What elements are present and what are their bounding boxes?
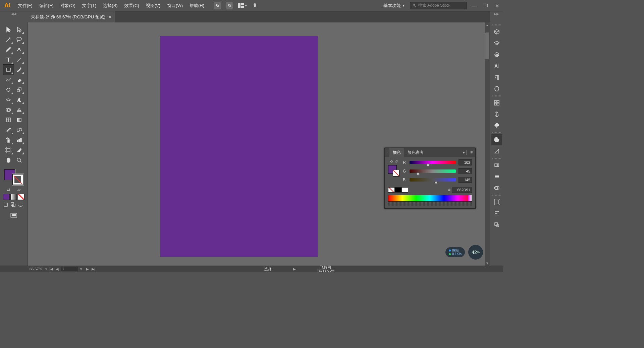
scroll-down-icon[interactable]: ▼ [485, 261, 490, 266]
workspace-selector[interactable]: 基本功能 ▾ [381, 3, 407, 9]
shaper-tool[interactable] [3, 75, 14, 85]
panel-swap-icon[interactable]: ⟲ [390, 159, 393, 164]
rotate-tool[interactable] [3, 85, 14, 95]
color-guide-panel-button[interactable] [491, 146, 502, 156]
panel-swap2-icon[interactable]: ↺ [395, 159, 398, 164]
stock-search-box[interactable]: 🔍︎ 搜索 Adobe Stock [410, 2, 467, 9]
artboards-panel-button[interactable] [491, 197, 502, 207]
opentype-panel-button[interactable] [491, 83, 502, 94]
zoom-tool[interactable] [14, 155, 24, 165]
menu-file[interactable]: 文件(F) [15, 0, 36, 11]
eraser-tool[interactable] [14, 75, 24, 85]
spectrum-bar[interactable] [388, 195, 472, 202]
document-tab[interactable]: 未标题-2* @ 66.67% (RGB/GPU 预览) × [28, 11, 115, 22]
status-play-icon[interactable]: ▶ [292, 267, 297, 271]
direct-selection-tool[interactable] [14, 24, 24, 34]
r-value[interactable]: 102 [459, 159, 472, 165]
menu-type[interactable]: 文字(T) [79, 0, 100, 11]
character-panel-button[interactable] [491, 61, 502, 71]
free-transform-tool[interactable] [14, 95, 24, 105]
menu-view[interactable]: 视图(V) [143, 0, 164, 11]
hex-value[interactable]: 662D91 [452, 187, 472, 193]
shape-builder-tool[interactable] [3, 105, 14, 115]
panel-drag-handle[interactable]: ⋮ [385, 150, 389, 155]
bridge-button[interactable]: Br [214, 2, 221, 9]
fill-stroke-swatch[interactable] [3, 168, 25, 187]
selection-tool[interactable] [3, 24, 14, 34]
paragraph-panel-button[interactable] [491, 72, 502, 83]
vertical-scrollbar[interactable]: ▲ ▼ [485, 22, 490, 266]
default-fill-stroke-icon[interactable]: ▱ [17, 187, 21, 192]
paintbrush-tool[interactable] [14, 65, 24, 75]
curvature-tool[interactable] [14, 45, 24, 55]
scale-tool[interactable] [14, 85, 24, 95]
transparency-panel-button[interactable] [491, 183, 502, 193]
pathfinder-panel-button-2[interactable] [491, 219, 502, 230]
nav-first[interactable]: |◀ [49, 267, 53, 271]
menu-select[interactable]: 选择(S) [100, 0, 121, 11]
pathfinder-panel-button[interactable] [491, 120, 502, 131]
menu-effect[interactable]: 效果(C) [121, 0, 143, 11]
align-panel-button[interactable] [491, 109, 502, 120]
menu-help[interactable]: 帮助(H) [186, 0, 208, 11]
draw-normal[interactable] [3, 202, 10, 209]
none-swatch[interactable] [388, 187, 395, 193]
stroke-swatch[interactable] [12, 174, 23, 185]
screen-mode-button[interactable] [10, 213, 18, 220]
nav-dropdown[interactable]: ▾ [79, 267, 84, 271]
menu-object[interactable]: 对象(O) [57, 0, 79, 11]
draw-inside[interactable] [18, 202, 24, 209]
layers-panel-button[interactable] [491, 38, 502, 49]
artboard-index[interactable]: 1 [61, 267, 77, 271]
lasso-tool[interactable] [14, 34, 24, 45]
swap-fill-stroke-icon[interactable]: ⇄ [6, 187, 11, 192]
transform-panel-button[interactable] [491, 97, 502, 108]
scroll-up-icon[interactable]: ▲ [485, 22, 490, 27]
tab-color[interactable]: 颜色 [389, 148, 404, 157]
gradient-tool[interactable] [14, 115, 24, 125]
rectangle-tool[interactable] [3, 65, 14, 75]
column-graph-tool[interactable] [14, 135, 24, 145]
mesh-tool[interactable] [3, 115, 14, 125]
panel-collapse-button[interactable]: ▸│ [463, 150, 468, 155]
perspective-grid-tool[interactable] [14, 105, 24, 115]
tab-color-guide[interactable]: 颜色参考 [404, 148, 427, 157]
scroll-thumb-v[interactable] [485, 32, 489, 59]
arrange-docs-dropdown[interactable]: ▾ [238, 3, 247, 8]
window-close[interactable]: ✕ [493, 3, 501, 9]
gpu-preview-icon[interactable] [252, 2, 258, 9]
black-swatch[interactable] [395, 187, 401, 193]
window-minimize[interactable]: — [470, 3, 478, 9]
white-swatch[interactable] [401, 187, 408, 193]
mode-none[interactable] [18, 194, 24, 200]
zoom-dropdown-icon[interactable]: ▾ [44, 267, 49, 271]
menu-edit[interactable]: 编辑(E) [36, 0, 57, 11]
line-segment-tool[interactable] [14, 55, 24, 65]
nav-last[interactable]: ▶| [91, 267, 96, 271]
hand-tool[interactable] [3, 155, 14, 165]
eyedropper-tool[interactable] [3, 125, 14, 135]
nav-next[interactable]: ▶ [85, 267, 90, 271]
stock-button[interactable]: St [226, 2, 233, 9]
stroke-panel-button[interactable] [491, 171, 502, 182]
nav-prev[interactable]: ◀ [55, 267, 59, 271]
libraries-panel-button[interactable] [491, 26, 502, 37]
canvas-area[interactable]: ⋮ 颜色 颜色参考 ▸│ ≡ ⟲ ↺ [28, 22, 490, 266]
g-slider[interactable] [410, 169, 456, 173]
draw-behind[interactable] [10, 202, 17, 209]
align-panel-button-2[interactable] [491, 208, 502, 219]
width-tool[interactable] [3, 95, 14, 105]
pen-tool[interactable] [3, 45, 14, 55]
artboard-tool[interactable] [3, 145, 14, 155]
panel-fill-stroke-swatch[interactable] [388, 165, 399, 177]
swatches-panel-button[interactable] [491, 160, 502, 170]
mode-gradient[interactable] [10, 194, 17, 200]
symbol-sprayer-tool[interactable] [3, 135, 14, 145]
tab-close-button[interactable]: × [109, 14, 111, 20]
panel-menu-button[interactable]: ≡ [470, 150, 473, 155]
menu-window[interactable]: 窗口(W) [164, 0, 186, 11]
type-tool[interactable] [3, 55, 14, 65]
window-maximize[interactable]: ❐ [482, 3, 490, 9]
r-slider[interactable] [410, 161, 456, 164]
cc-libraries-button[interactable] [491, 49, 502, 60]
